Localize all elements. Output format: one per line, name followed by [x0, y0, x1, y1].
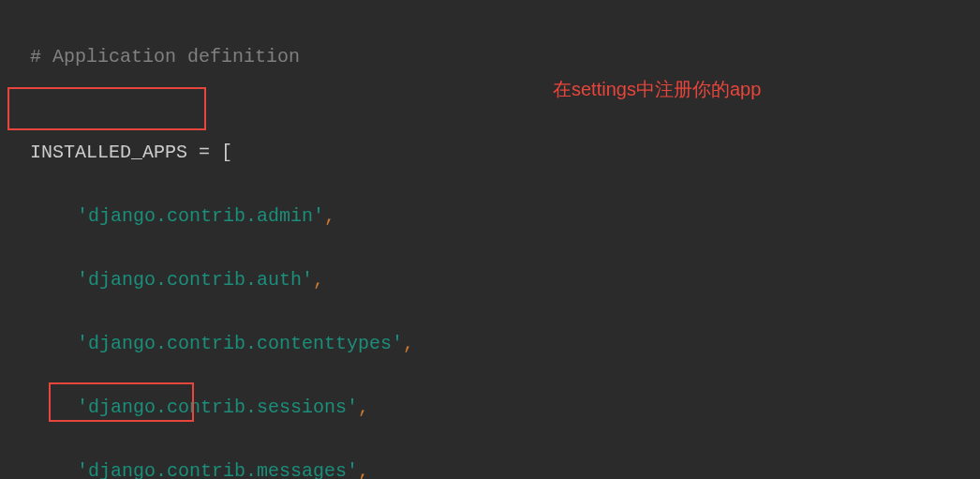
comma: ,: [324, 205, 335, 227]
comma: ,: [358, 460, 369, 479]
comma: ,: [313, 269, 324, 291]
app-string-4: django.contrib.messages: [88, 460, 347, 479]
app-string-0: django.contrib.admin: [88, 205, 313, 227]
annotation-settings: settings: [572, 79, 636, 99]
variable-name: INSTALLED_APPS: [30, 142, 187, 163]
quote-close: ': [392, 333, 403, 354]
annotation-app: app: [730, 79, 761, 99]
comment-text: # Application definition: [30, 46, 300, 67]
code-line-declaration[interactable]: INSTALLED_APPS = [: [7, 105, 980, 169]
quote-close: ': [313, 205, 324, 227]
annotation-prefix: 在: [553, 79, 572, 99]
annotation-middle: 中注册你的: [636, 79, 730, 99]
quote-close: ': [302, 269, 313, 291]
code-line-app-0[interactable]: 'django.contrib.admin',: [7, 169, 980, 232]
code-line-app-1[interactable]: 'django.contrib.auth',: [7, 232, 980, 296]
app-string-1: django.contrib.auth: [88, 269, 302, 291]
annotation-text: 在settings中注册你的app: [553, 73, 761, 105]
app-string-3: django.contrib.sessions: [88, 397, 347, 418]
code-comment-line[interactable]: # Application definition: [7, 9, 980, 73]
comma: ,: [403, 333, 414, 354]
quote-open: ': [77, 397, 88, 418]
quote-open: ': [77, 460, 88, 479]
code-line-app-4[interactable]: 'django.contrib.messages',: [7, 424, 980, 479]
quote-close: ': [347, 460, 358, 479]
comma: ,: [358, 397, 369, 418]
app-string-2: django.contrib.contenttypes: [88, 333, 392, 354]
open-bracket: [: [221, 142, 232, 163]
quote-open: ': [77, 205, 88, 227]
quote-open: ': [77, 269, 88, 291]
code-line-app-2[interactable]: 'django.contrib.contenttypes',: [7, 296, 980, 360]
blank-line: [7, 73, 980, 105]
quote-close: ': [347, 397, 358, 418]
equals-operator: =: [187, 142, 221, 163]
code-line-app-3[interactable]: 'django.contrib.sessions',: [7, 360, 980, 424]
quote-open: ': [77, 333, 88, 354]
